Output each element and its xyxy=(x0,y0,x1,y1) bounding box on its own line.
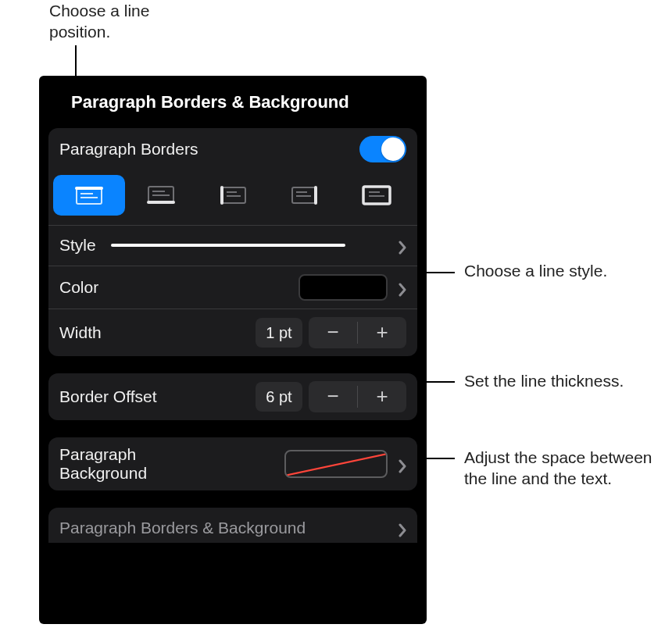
color-label: Color xyxy=(59,276,298,298)
width-increment-button[interactable]: + xyxy=(358,317,406,348)
offset-decrement-button[interactable]: − xyxy=(309,381,357,412)
offset-increment-button[interactable]: + xyxy=(358,381,406,412)
chevron-right-icon xyxy=(399,280,406,294)
color-swatch xyxy=(298,274,388,301)
svg-rect-0 xyxy=(77,188,102,204)
width-value[interactable]: 1 pt xyxy=(256,318,302,348)
border-offset-group: Border Offset 6 pt − + xyxy=(48,373,417,420)
paragraph-background-group: ParagraphBackground xyxy=(48,437,417,490)
border-position-segmented xyxy=(48,170,417,225)
settings-panel: Paragraph Borders & Background Paragraph… xyxy=(45,81,420,619)
chevron-right-icon xyxy=(399,457,406,471)
style-sample-line xyxy=(111,244,345,247)
border-position-right-button[interactable] xyxy=(269,175,341,216)
width-decrement-button[interactable]: − xyxy=(309,317,357,348)
paragraph-borders-row: Paragraph Borders xyxy=(48,128,417,170)
border-offset-value[interactable]: 6 pt xyxy=(256,382,302,412)
style-row[interactable]: Style xyxy=(48,225,417,266)
chevron-right-icon xyxy=(399,521,406,535)
border-all-icon xyxy=(359,182,395,209)
nav-paragraph-borders-background[interactable]: Paragraph Borders & Background xyxy=(48,508,417,543)
paragraph-borders-toggle[interactable] xyxy=(359,136,406,162)
border-position-all-button[interactable] xyxy=(341,175,413,216)
chevron-right-icon xyxy=(399,238,406,252)
color-row[interactable]: Color xyxy=(48,266,417,309)
callout-border-offset: Adjust the space between the line and th… xyxy=(464,447,667,490)
style-label: Style xyxy=(59,234,111,255)
toggle-knob xyxy=(381,137,405,161)
nav-label: Paragraph Borders & Background xyxy=(59,517,306,538)
panel-title: Paragraph Borders & Background xyxy=(45,81,420,128)
width-stepper: − + xyxy=(309,317,406,348)
callout-line-style: Choose a line style. xyxy=(464,260,667,281)
border-right-icon xyxy=(287,182,323,209)
borders-group: Paragraph Borders xyxy=(48,128,417,356)
width-row: Width 1 pt − + xyxy=(48,309,417,356)
border-position-bottom-button[interactable] xyxy=(125,175,197,216)
paragraph-background-row[interactable]: ParagraphBackground xyxy=(48,437,417,490)
border-offset-stepper: − + xyxy=(309,381,406,412)
border-left-icon xyxy=(215,182,251,209)
settings-panel-frame: Paragraph Borders & Background Paragraph… xyxy=(39,76,427,624)
callout-line-thickness: Set the line thickness. xyxy=(464,370,667,391)
border-position-left-button[interactable] xyxy=(197,175,269,216)
border-offset-label: Border Offset xyxy=(59,386,256,407)
border-offset-row: Border Offset 6 pt − + xyxy=(48,373,417,420)
border-top-icon xyxy=(71,182,107,209)
paragraph-background-label: ParagraphBackground xyxy=(59,445,284,483)
callout-line-position: Choose a line position. xyxy=(49,0,206,43)
paragraph-background-swatch xyxy=(284,450,388,478)
paragraph-borders-label: Paragraph Borders xyxy=(59,138,359,159)
width-label: Width xyxy=(59,322,256,343)
border-bottom-icon xyxy=(143,182,179,209)
paragraph-background-text: ParagraphBackground xyxy=(59,445,147,482)
border-position-top-button[interactable] xyxy=(53,175,125,216)
